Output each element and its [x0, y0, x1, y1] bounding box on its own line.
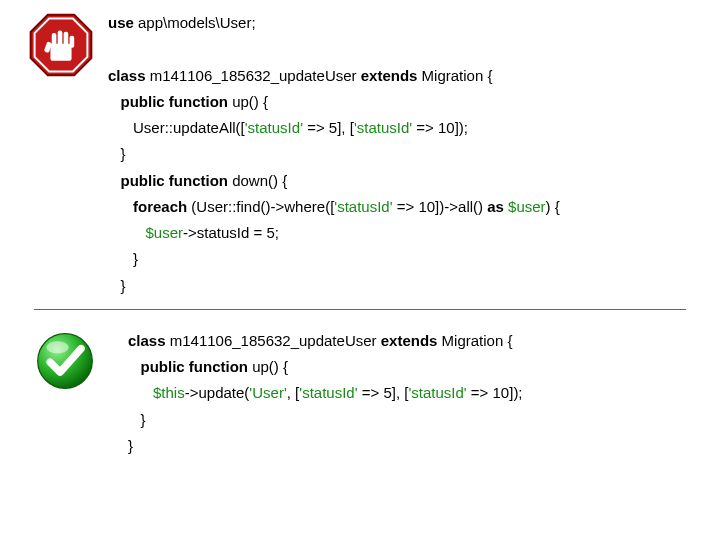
- kw-class: class: [108, 67, 146, 84]
- txt: }: [108, 145, 126, 162]
- divider: [34, 309, 686, 310]
- str: 'statusId': [245, 119, 303, 136]
- txt: }: [128, 411, 146, 428]
- check-icon: [34, 330, 96, 392]
- str: 'statusId': [354, 119, 412, 136]
- kw-extends: extends: [361, 67, 418, 84]
- txt: => 5], [: [358, 384, 409, 401]
- kw-foreach: foreach: [108, 198, 191, 215]
- good-icon-column: [28, 328, 114, 395]
- txt: }: [108, 277, 126, 294]
- txt: up() {: [248, 358, 288, 375]
- bad-code: use app\models\User; class m141106_18563…: [108, 10, 692, 299]
- kw-as: as: [487, 198, 508, 215]
- kw-public-function: public function: [108, 172, 228, 189]
- kw-public-function: public function: [128, 358, 248, 375]
- svg-rect-4: [58, 30, 63, 47]
- kw-class: class: [128, 332, 166, 349]
- txt: down() {: [228, 172, 287, 189]
- txt: , [: [287, 384, 300, 401]
- var: $this: [153, 384, 185, 401]
- txt: m141106_185632_updateUser: [166, 332, 381, 349]
- bad-icon-column: [28, 10, 108, 81]
- txt: => 10]);: [412, 119, 468, 136]
- txt: [128, 384, 153, 401]
- var: $user: [146, 224, 184, 241]
- stop-icon: [28, 12, 94, 78]
- str: 'statusId': [408, 384, 466, 401]
- txt: }: [108, 250, 138, 267]
- txt: User::updateAll([: [108, 119, 245, 136]
- txt: => 10]);: [467, 384, 523, 401]
- svg-point-8: [38, 333, 93, 388]
- kw-extends: extends: [381, 332, 438, 349]
- txt: ) {: [546, 198, 560, 215]
- svg-rect-3: [52, 33, 57, 48]
- txt: ->statusId = 5;: [183, 224, 279, 241]
- str: 'statusId': [299, 384, 357, 401]
- str: 'statusId': [334, 198, 392, 215]
- svg-rect-5: [64, 32, 69, 48]
- txt: m141106_185632_updateUser: [146, 67, 361, 84]
- kw-use: use: [108, 14, 134, 31]
- txt: => 5], [: [303, 119, 354, 136]
- txt: (User::find()->where([: [191, 198, 334, 215]
- txt: [108, 224, 146, 241]
- bad-example-section: use app\models\User; class m141106_18563…: [0, 0, 720, 309]
- txt: Migration {: [417, 67, 492, 84]
- txt: up() {: [228, 93, 268, 110]
- str: 'User': [249, 384, 286, 401]
- txt: }: [128, 437, 133, 454]
- good-code: class m141106_185632_updateUser extends …: [114, 328, 692, 459]
- txt: app\models\User;: [134, 14, 256, 31]
- txt: => 10])->all(): [393, 198, 488, 215]
- txt: Migration {: [437, 332, 512, 349]
- kw-public-function: public function: [108, 93, 228, 110]
- svg-rect-6: [70, 36, 75, 48]
- good-example-section: class m141106_185632_updateUser extends …: [0, 318, 720, 469]
- txt: ->update(: [185, 384, 250, 401]
- svg-point-9: [46, 341, 68, 353]
- var: $user: [508, 198, 546, 215]
